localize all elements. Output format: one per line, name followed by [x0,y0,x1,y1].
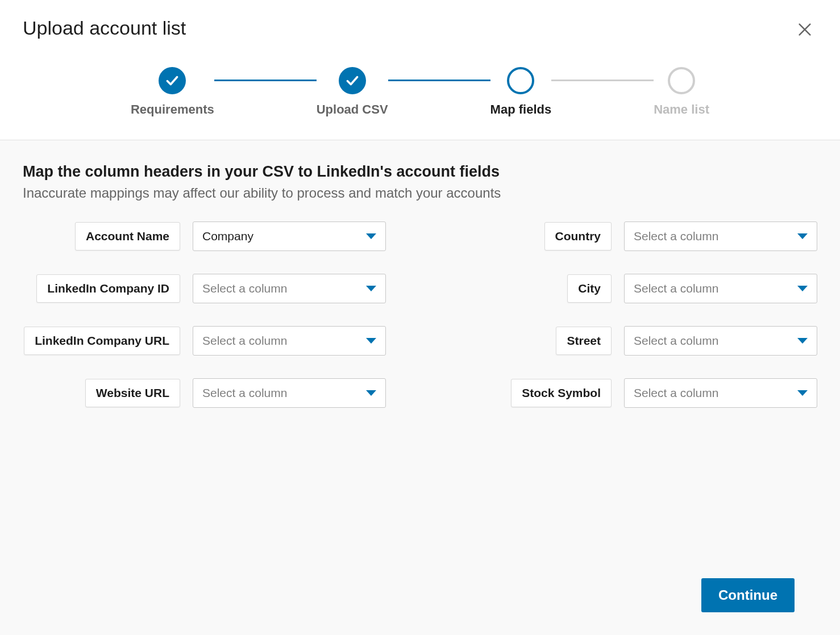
select-website-url[interactable]: Select a column [193,378,386,408]
map-row-street: Street Select a column [454,326,817,356]
step-connector [551,80,654,81]
step-label: Name list [654,102,709,117]
section-subtitle: Inaccurate mappings may affect our abili… [23,185,817,201]
select-placeholder: Select a column [634,386,718,400]
chevron-down-icon [797,286,808,291]
map-row-account-name: Account Name Company [23,222,386,251]
upload-account-list-modal: Upload account list Requirements Upload … [0,0,840,635]
select-city[interactable]: Select a column [624,274,817,303]
field-label: City [567,274,612,303]
field-label: Country [544,222,612,250]
select-country[interactable]: Select a column [624,222,817,251]
step-name-list[interactable]: Name list [654,67,709,117]
select-placeholder: Select a column [202,282,287,295]
step-label: Upload CSV [317,102,388,117]
select-placeholder: Select a column [202,386,287,400]
field-label: Account Name [75,222,180,250]
select-value: Company [202,229,253,243]
close-button[interactable] [792,17,817,44]
step-label: Requirements [131,102,214,117]
step-circle-pending [668,67,695,94]
map-row-stock-symbol: Stock Symbol Select a column [454,378,817,408]
map-row-website-url: Website URL Select a column [23,378,386,408]
step-circle-done [159,67,186,94]
map-row-linkedin-company-url: LinkedIn Company URL Select a column [23,326,386,356]
field-label: Street [556,327,612,355]
chevron-down-icon [797,338,808,344]
select-placeholder: Select a column [634,282,718,295]
chevron-down-icon [797,390,808,396]
step-map-fields[interactable]: Map fields [490,67,552,117]
modal-body: Map the column headers in your CSV to Li… [0,140,840,635]
select-placeholder: Select a column [634,229,718,243]
chevron-down-icon [797,233,808,239]
field-label: LinkedIn Company ID [36,274,180,303]
step-circle-done [339,67,366,94]
map-row-city: City Select a column [454,274,817,303]
chevron-down-icon [366,233,376,239]
map-row-country: Country Select a column [454,222,817,251]
step-connector [214,80,317,81]
select-linkedin-company-id[interactable]: Select a column [193,274,386,303]
select-stock-symbol[interactable]: Select a column [624,378,817,408]
chevron-down-icon [366,338,376,344]
modal-title: Upload account list [23,17,186,39]
section-title: Map the column headers in your CSV to Li… [23,163,817,181]
modal-footer: Continue [23,561,817,635]
step-label: Map fields [490,102,552,117]
field-label: LinkedIn Company URL [24,327,180,355]
field-label: Stock Symbol [511,379,612,407]
select-account-name[interactable]: Company [193,222,386,251]
step-requirements[interactable]: Requirements [131,67,214,117]
check-icon [345,73,360,88]
modal-header: Upload account list [0,0,840,56]
step-circle-current [507,67,534,94]
step-connector [388,80,490,81]
close-icon [797,22,813,37]
map-row-linkedin-company-id: LinkedIn Company ID Select a column [23,274,386,303]
select-street[interactable]: Select a column [624,326,817,356]
select-linkedin-company-url[interactable]: Select a column [193,326,386,356]
field-mapping-grid: Account Name Company Country Select a co… [23,222,817,408]
step-upload-csv[interactable]: Upload CSV [317,67,388,117]
field-label: Website URL [85,379,180,407]
chevron-down-icon [366,390,376,396]
select-placeholder: Select a column [634,334,718,348]
continue-button[interactable]: Continue [701,578,795,612]
chevron-down-icon [366,286,376,291]
select-placeholder: Select a column [202,334,287,348]
check-icon [165,73,180,88]
wizard-stepper: Requirements Upload CSV Map fields Name … [0,56,840,140]
